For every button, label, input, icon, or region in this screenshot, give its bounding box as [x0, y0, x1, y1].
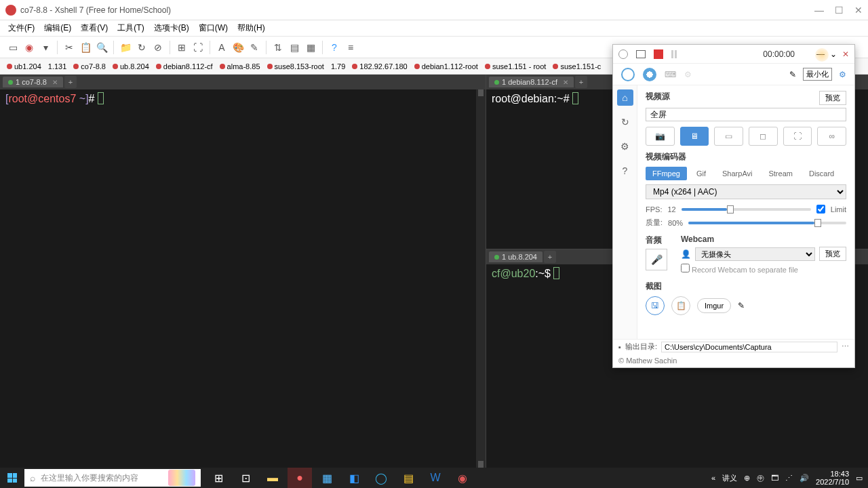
pause-button[interactable] — [671, 50, 677, 58]
webcam-preview-button[interactable]: 预览 — [819, 247, 846, 261]
menu-tools[interactable]: 工具(T) — [117, 22, 144, 34]
encoder-discard[interactable]: Discard — [802, 167, 841, 180]
menu-window[interactable]: 窗口(W) — [199, 22, 228, 34]
session-ip[interactable]: 182.92.67.180 — [349, 61, 410, 72]
webcam-select[interactable]: 无摄像头 — [695, 247, 815, 261]
session-alma885[interactable]: alma-8.85 — [217, 61, 263, 72]
session-debian1112[interactable]: debian1.112-root — [412, 61, 481, 72]
encoder-stream[interactable]: Stream — [762, 167, 799, 180]
transfer-icon[interactable]: ⇅ — [272, 41, 284, 54]
more-icon[interactable]: ⋯ — [842, 342, 849, 351]
encoder-ffmpeg[interactable]: FFmpeg — [646, 167, 687, 180]
source-screen-icon[interactable]: 🖥 — [680, 127, 709, 146]
new-session-icon[interactable]: ▭ — [7, 41, 19, 54]
app-word-icon[interactable]: W — [423, 468, 448, 488]
tab-close-icon[interactable]: ✕ — [563, 79, 568, 86]
color-icon[interactable]: 🎨 — [232, 41, 244, 54]
taskview-icon[interactable]: ⊞ — [206, 468, 231, 488]
mode-click-icon[interactable] — [643, 68, 656, 81]
nav-help-icon[interactable]: ? — [617, 163, 633, 179]
minimize-icon[interactable]: — — [816, 49, 825, 59]
search-icon[interactable]: 🔍 — [96, 41, 108, 54]
start-button[interactable] — [0, 468, 24, 488]
preview-button[interactable]: 预览 — [819, 91, 846, 105]
dropdown-icon[interactable]: ▾ — [39, 41, 52, 54]
session-ub1204[interactable]: ub1.204 — [4, 61, 44, 72]
tray-lecture-label[interactable]: 讲义 — [722, 473, 737, 483]
taskbar-search[interactable]: 在这里输入你要搜索的内容 — [24, 469, 201, 487]
camera-icon[interactable] — [636, 50, 646, 58]
about-icon[interactable]: ≡ — [344, 41, 357, 54]
imgur-button[interactable]: Imgur — [697, 298, 731, 313]
codec-select[interactable]: Mp4 (x264 | AAC) — [646, 184, 846, 199]
minimize-button[interactable]: — — [814, 5, 824, 16]
session-suse1151c[interactable]: suse1.151-c — [550, 61, 604, 72]
script-icon[interactable]: ▤ — [288, 41, 300, 54]
brush-icon[interactable]: ✎ — [789, 70, 796, 79]
webcam-separate-checkbox[interactable] — [681, 264, 690, 272]
screenshot-clipboard-icon[interactable]: 📋 — [671, 296, 690, 315]
app-explorer-icon[interactable]: ▬ — [260, 468, 285, 488]
mic-button[interactable]: 🎤 — [646, 249, 667, 270]
session-co788[interactable]: co7-8.8 — [71, 61, 108, 72]
scrollbar[interactable] — [476, 89, 486, 468]
tab-ub8204[interactable]: 1 ub.8.204 — [489, 251, 542, 262]
grid-icon[interactable]: ⊞ — [176, 41, 188, 54]
menu-tabs[interactable]: 选项卡(B) — [154, 22, 189, 34]
log-icon[interactable]: ▦ — [304, 41, 317, 54]
taskbar-clock[interactable]: 18:43 2022/7/10 — [816, 470, 849, 486]
close-button[interactable]: ✕ — [854, 5, 863, 16]
ssh-icon[interactable]: ◉ — [23, 41, 35, 54]
session-ub8204[interactable]: ub.8.204 — [110, 61, 152, 72]
folder-icon[interactable]: 📁 — [119, 41, 132, 54]
chevron-down-icon[interactable]: ⌄ — [830, 49, 837, 59]
edit-icon[interactable]: ✎ — [738, 301, 745, 310]
app-store-icon[interactable]: ⊡ — [233, 468, 258, 488]
source-fullscreen-icon[interactable]: ⛶ — [783, 127, 812, 146]
tab-add-button[interactable]: + — [64, 76, 77, 88]
source-input[interactable] — [646, 108, 846, 121]
terminal-left[interactable]: [root@centos7 ~]# — [0, 89, 486, 108]
disconnect-icon[interactable]: ⊘ — [152, 41, 164, 54]
maximize-button[interactable]: ☐ — [835, 5, 844, 16]
tab-co788[interactable]: 1 co7-8.8 ✕ — [3, 77, 63, 87]
close-icon[interactable]: ✕ — [842, 49, 849, 59]
tray-wifi-icon[interactable]: ⋰ — [785, 474, 793, 483]
session-179[interactable]: 1.79 — [328, 61, 348, 72]
session-suse8153[interactable]: suse8.153-root — [264, 61, 327, 72]
tray-input-icon[interactable]: ㊥ — [757, 473, 764, 483]
tray-bluetooth-icon[interactable]: ⊕ — [744, 474, 750, 483]
app-captura-icon[interactable]: ● — [288, 468, 312, 488]
help-icon[interactable]: ? — [328, 41, 340, 54]
app-files-icon[interactable]: ▦ — [315, 468, 339, 488]
paste-icon[interactable]: 📋 — [79, 41, 92, 54]
screenshot-disk-icon[interactable]: 🖫 — [646, 296, 665, 315]
record-button[interactable] — [654, 49, 663, 59]
limit-checkbox[interactable] — [816, 205, 825, 214]
mode-region-icon[interactable] — [621, 68, 635, 81]
fps-slider[interactable] — [682, 208, 811, 211]
tray-volume-icon[interactable]: 🔊 — [800, 474, 809, 483]
nav-settings-icon[interactable]: ⚙ — [617, 138, 633, 155]
screenshot-button[interactable] — [618, 49, 628, 59]
output-path-input[interactable] — [661, 342, 837, 352]
app-edge-icon[interactable]: ◯ — [369, 468, 393, 488]
folder-icon[interactable]: ▪ — [618, 343, 621, 351]
tray-chevron-icon[interactable]: « — [711, 474, 715, 482]
menu-view[interactable]: 查看(V) — [81, 22, 108, 34]
app-notes-icon[interactable]: ▤ — [396, 468, 420, 488]
nav-history-icon[interactable]: ↻ — [617, 114, 633, 130]
source-none-icon[interactable]: ∞ — [817, 127, 846, 146]
settings-icon[interactable]: ⚙ — [839, 70, 846, 79]
encoder-sharpavi[interactable]: SharpAvi — [715, 167, 759, 180]
font-icon[interactable]: A — [216, 41, 228, 54]
nav-home-icon[interactable]: ⌂ — [617, 89, 633, 106]
tab-debian[interactable]: 1 debian8.112-cf ✕ — [489, 77, 574, 87]
source-camera-icon[interactable]: 📷 — [646, 127, 675, 146]
quality-slider[interactable] — [688, 222, 846, 224]
copy-icon[interactable]: ✂ — [63, 41, 75, 54]
source-region-icon[interactable]: ◻ — [749, 127, 778, 146]
menu-edit[interactable]: 编辑(E) — [44, 22, 71, 34]
source-window-icon[interactable]: ▭ — [714, 127, 743, 146]
tab-close-icon[interactable]: ✕ — [52, 79, 58, 86]
